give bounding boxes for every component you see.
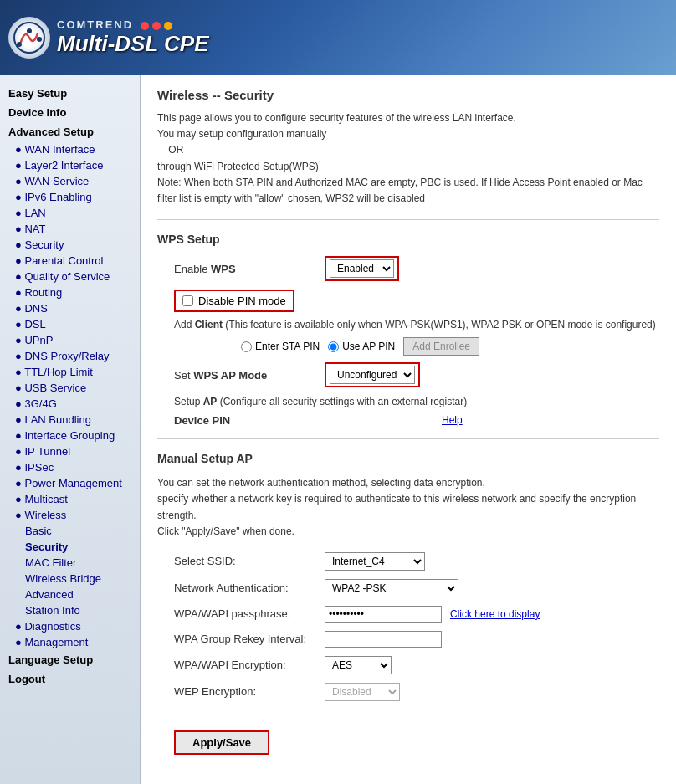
wps-ap-mode-row: Set WPS AP Mode Unconfigured Configured	[157, 362, 659, 387]
click-here-link[interactable]: Click here to display	[450, 608, 540, 620]
sidebar-item-parental-control[interactable]: ● Parental Control	[0, 253, 140, 269]
network-auth-select[interactable]: WPA2 -PSK WPA-PSK Open Shared	[325, 579, 458, 597]
radio-use-ap: Use AP PIN	[328, 341, 395, 352]
sidebar-item-diagnostics[interactable]: ● Diagnostics	[0, 618, 140, 634]
select-ssid-row: Select SSID: Internet_C4	[157, 552, 659, 571]
sidebar-item-lan-bundling[interactable]: ● LAN Bundling	[0, 412, 140, 428]
sidebar-item-dsl[interactable]: ● DSL	[0, 316, 140, 332]
network-auth-row: Network Authentication: WPA2 -PSK WPA-PS…	[157, 579, 659, 597]
wps-setup-title: WPS Setup	[157, 233, 659, 246]
sidebar-item-quality-of-service[interactable]: ● Quality of Service	[0, 269, 140, 284]
svg-point-2	[27, 28, 32, 33]
sidebar-item-interface-grouping[interactable]: ● Interface Grouping	[0, 428, 140, 443]
main-content: Wireless -- Security This page allows yo…	[141, 75, 676, 784]
wps-ap-mode-label: Set WPS AP Mode	[174, 369, 325, 382]
sidebar-item-layer2-interface[interactable]: ● Layer2 Interface	[0, 157, 140, 173]
sidebar-item-ttl-hop-limit[interactable]: ● TTL/Hop Limit	[0, 364, 140, 380]
setup-ap-note: Setup AP (Configure all security setting…	[174, 396, 659, 407]
sidebar-item-management[interactable]: ● Management	[0, 634, 140, 650]
sidebar-item-wireless[interactable]: ● Wireless	[0, 507, 140, 523]
enable-wps-highlight: Enabled Disabled	[325, 256, 399, 281]
wps-ap-mode-highlight: Unconfigured Configured	[325, 362, 420, 387]
page-title: Wireless -- Security	[157, 88, 659, 102]
dot1	[141, 22, 149, 30]
brand-block: COMTREND Multi-DSL CPE	[57, 18, 209, 57]
manual-setup-description: You can set the network authentication m…	[157, 475, 659, 540]
wpa-rekey-input[interactable]: 0	[325, 631, 442, 648]
add-client-note: Add Client (This feature is available on…	[174, 319, 659, 331]
select-ssid-select[interactable]: Internet_C4	[325, 552, 425, 571]
sidebar-item-mac-filter[interactable]: MAC Filter	[0, 555, 140, 571]
manual-setup-title: Manual Setup AP	[157, 452, 659, 465]
device-pin-label: Device PIN	[174, 414, 325, 427]
sidebar-item-security[interactable]: ● Security	[0, 237, 140, 253]
sidebar-item-basic[interactable]: Basic	[0, 523, 140, 539]
sidebar-item-logout[interactable]: Logout	[0, 669, 140, 689]
device-pin-row: Device PIN 12715657 Help	[157, 412, 659, 428]
sidebar-item-language-setup[interactable]: Language Setup	[0, 650, 140, 669]
disable-pin-label: Disable PIN mode	[198, 295, 286, 307]
wpa-rekey-label: WPA Group Rekey Interval:	[174, 633, 325, 645]
select-ssid-label: Select SSID:	[174, 555, 325, 567]
wpa-rekey-row: WPA Group Rekey Interval: 0	[157, 631, 659, 648]
enable-wps-row: Enable WPS Enabled Disabled	[157, 256, 659, 281]
sidebar-item-advanced[interactable]: Advanced	[0, 587, 140, 602]
logo-block: COMTREND Multi-DSL CPE	[8, 17, 209, 59]
radio-use-ap-label: Use AP PIN	[342, 341, 395, 352]
help-link[interactable]: Help	[442, 414, 463, 426]
disable-pin-row: Disable PIN mode	[174, 290, 294, 312]
wep-encryption-row: WEP Encryption: Disabled Enabled	[157, 683, 659, 701]
sidebar-item-easy-setup[interactable]: Easy Setup	[0, 84, 140, 103]
enable-wps-select[interactable]: Enabled Disabled	[330, 259, 394, 278]
sidebar-item-device-info[interactable]: Device Info	[0, 103, 140, 122]
sidebar-item-usb-service[interactable]: ● USB Service	[0, 380, 140, 396]
wep-encryption-label: WEP Encryption:	[174, 685, 325, 698]
wpa-encryption-select[interactable]: AES TKIP TKIP+AES	[325, 656, 392, 674]
sidebar-item-nat[interactable]: ● NAT	[0, 221, 140, 237]
sidebar-item-wireless-bridge[interactable]: Wireless Bridge	[0, 571, 140, 587]
sidebar-item-wireless-security[interactable]: Security	[0, 539, 140, 555]
brand-name: COMTREND	[57, 18, 133, 31]
wpa-encryption-label: WPA/WAPI Encryption:	[174, 658, 325, 671]
sidebar-item-routing[interactable]: ● Routing	[0, 284, 140, 300]
wpa-passphrase-label: WPA/WAPI passphrase:	[174, 607, 325, 620]
sidebar-item-ip-tunnel[interactable]: ● IP Tunnel	[0, 443, 140, 459]
sidebar-item-dns[interactable]: ● DNS	[0, 300, 140, 316]
sidebar-item-lan[interactable]: ● LAN	[0, 205, 140, 221]
page-description: This page allows you to configure securi…	[157, 110, 659, 207]
sidebar: Easy Setup Device Info Advanced Setup ● …	[0, 75, 141, 784]
sidebar-item-multicast[interactable]: ● Multicast	[0, 491, 140, 507]
sidebar-item-station-info[interactable]: Station Info	[0, 602, 140, 618]
wep-encryption-select[interactable]: Disabled Enabled	[325, 683, 400, 701]
radio-enter-sta-label: Enter STA PIN	[255, 341, 320, 352]
radio-enter-sta-input[interactable]	[241, 341, 252, 352]
add-enrollee-button[interactable]: Add Enrollee	[403, 337, 479, 356]
network-auth-label: Network Authentication:	[174, 582, 325, 594]
sidebar-item-3g-4g[interactable]: ● 3G/4G	[0, 396, 140, 412]
svg-point-1	[17, 42, 22, 47]
sidebar-item-upnp[interactable]: ● UPnP	[0, 332, 140, 348]
svg-point-3	[37, 37, 42, 42]
wpa-encryption-row: WPA/WAPI Encryption: AES TKIP TKIP+AES	[157, 656, 659, 674]
wpa-passphrase-row: WPA/WAPI passphrase: Click here to displ…	[157, 606, 659, 623]
sidebar-item-wan-service[interactable]: ● WAN Service	[0, 173, 140, 189]
product-name: Multi-DSL CPE	[57, 31, 209, 57]
radio-row: Enter STA PIN Use AP PIN Add Enrollee	[241, 337, 659, 356]
sidebar-item-ipsec[interactable]: ● IPSec	[0, 459, 140, 475]
radio-enter-sta: Enter STA PIN	[241, 341, 320, 352]
apply-save-button[interactable]: Apply/Save	[174, 730, 269, 755]
wpa-passphrase-input[interactable]	[325, 606, 442, 623]
wps-ap-mode-select[interactable]: Unconfigured Configured	[330, 366, 415, 384]
sidebar-item-advanced-setup[interactable]: Advanced Setup	[0, 122, 140, 141]
dot2	[152, 22, 161, 30]
radio-use-ap-input[interactable]	[328, 341, 339, 352]
enable-wps-label: Enable WPS	[174, 263, 325, 275]
sidebar-item-dns-proxy-relay[interactable]: ● DNS Proxy/Relay	[0, 348, 140, 364]
sidebar-item-power-management[interactable]: ● Power Management	[0, 475, 140, 491]
disable-pin-checkbox[interactable]	[182, 295, 193, 306]
dot3	[164, 22, 172, 30]
sidebar-item-ipv6-enabling[interactable]: ● IPv6 Enabling	[0, 189, 140, 205]
device-pin-input[interactable]: 12715657	[325, 412, 433, 428]
header: COMTREND Multi-DSL CPE	[0, 0, 676, 75]
sidebar-item-wan-interface[interactable]: ● WAN Interface	[0, 141, 140, 157]
